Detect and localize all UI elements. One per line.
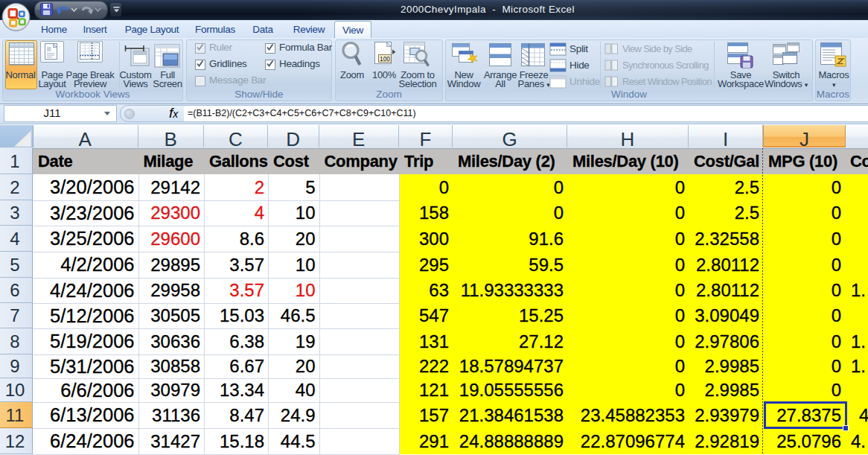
svg-text:100: 100 (380, 55, 390, 63)
